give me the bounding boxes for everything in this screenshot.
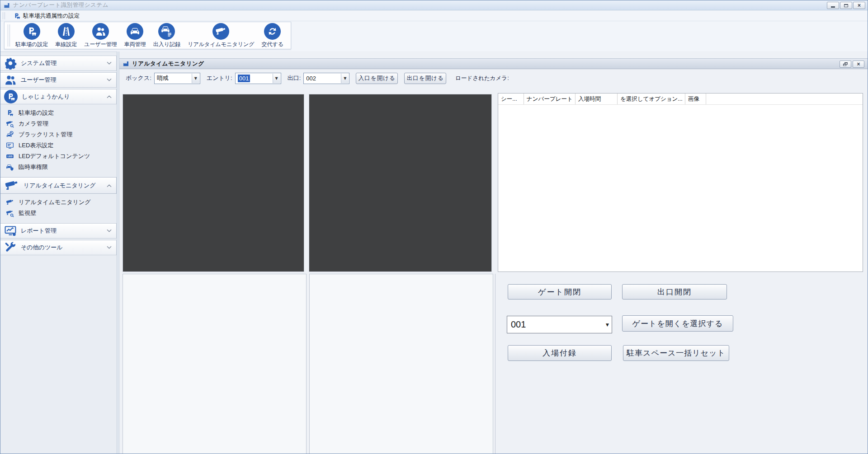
box-select-value: 哨戒 — [157, 74, 169, 82]
panel-restore-button[interactable] — [840, 61, 851, 68]
sidebar-item-led-display-settings[interactable]: LED表示設定 — [0, 140, 117, 151]
users-icon — [92, 23, 109, 40]
parking-icon — [6, 109, 14, 117]
application-window: ナンバープレート識別管理システム × 駐車場共通属性の設定 駐車場の設定 車線設… — [0, 0, 868, 454]
entry-record-button[interactable]: 入場付録 — [508, 345, 612, 361]
dropdown-arrow-icon: ▼ — [273, 74, 280, 83]
panel-title: リアルタイムモニタリング — [132, 60, 204, 68]
toolbar-item-realtime-monitoring[interactable]: リアルタイムモニタリング — [184, 23, 258, 49]
toolbar-item-shift-change[interactable]: 交代する — [258, 23, 288, 49]
panel-close-button[interactable]: × — [853, 61, 864, 68]
parking-space-reset-button[interactable]: 駐車スペース一括リセット — [623, 345, 729, 361]
exit-label: 出口: — [288, 74, 301, 82]
open-selected-gate-button[interactable]: ゲートを開くを選択する — [622, 315, 733, 332]
close-button[interactable]: × — [853, 2, 865, 9]
toolbar-item-label: リアルタイムモニタリング — [188, 41, 254, 48]
gate-toggle-button[interactable]: ゲート開閉 — [508, 284, 612, 300]
panel-title-bar: リアルタイムモニタリング × — [119, 58, 868, 69]
led-display-icon — [6, 141, 14, 150]
box-select[interactable]: 哨戒 ▼ — [154, 73, 200, 84]
chevron-up-icon — [107, 95, 112, 98]
sidebar-section-label: システム管理 — [21, 59, 57, 67]
open-exit-button[interactable]: 出口を開ける — [404, 73, 446, 84]
exit-toggle-button[interactable]: 出口開閉 — [622, 284, 727, 300]
table-header-row: シー... ナンバープレート 入場時間 を選択してオプション... 画像 — [498, 94, 863, 105]
close-icon: × — [858, 3, 861, 8]
lanes-icon — [58, 23, 75, 40]
column-header-image[interactable]: 画像 — [685, 94, 706, 104]
shift-change-icon — [264, 23, 281, 40]
cctv-camera-icon — [6, 198, 14, 206]
gate-select[interactable]: 001 ▼ — [507, 316, 612, 333]
toolbar-item-lane-settings[interactable]: 車線設定 — [52, 23, 80, 49]
parking-icon — [24, 23, 40, 40]
sidebar-section-label: しゃじょうかんり — [22, 93, 70, 101]
parking-circle-icon — [4, 90, 18, 103]
menu-item-parking-common-settings[interactable]: 駐車場共通属性の設定 — [23, 12, 80, 20]
sidebar-section-parking-management[interactable]: しゃじょうかんり — [0, 89, 117, 104]
exit-select[interactable]: 002 ▼ — [303, 73, 349, 84]
panel-window-controls: × — [840, 61, 864, 68]
column-header-options[interactable]: を選択してオプション... — [618, 94, 685, 104]
video-pane-entrance — [123, 94, 304, 272]
sidebar-splitter[interactable] — [117, 51, 119, 454]
sidebar-item-monitor-wall[interactable]: 監視壁 — [0, 208, 117, 219]
blacklist-car-icon — [6, 131, 14, 139]
chevron-down-icon — [107, 246, 112, 249]
gear-icon — [4, 57, 17, 70]
toolbar-row: 駐車場の設定 車線設定 ユーザー管理 車両管理 出入り記録 リアルタイムモニタリ… — [0, 21, 868, 51]
chevron-down-icon — [107, 229, 112, 233]
column-header-plate[interactable]: ナンバープレート — [524, 94, 576, 104]
entry-select[interactable]: 001 ▼ — [235, 73, 281, 84]
chevron-down-icon — [107, 78, 112, 82]
sidebar-item-label: LEDデフォルトコンテンツ — [19, 152, 90, 160]
toolbar-item-entry-exit-record[interactable]: 出入り記録 — [150, 23, 184, 49]
toolbar-item-parking-settings[interactable]: 駐車場の設定 — [12, 23, 52, 49]
table-body-empty — [498, 105, 863, 271]
panel-icon — [123, 61, 129, 67]
toolbar-item-vehicle-management[interactable]: 車両管理 — [121, 23, 150, 49]
sidebar-section-system-management[interactable]: システム管理 — [0, 56, 117, 71]
sidebar-item-camera-management[interactable]: カメラ管理 — [0, 118, 117, 129]
sidebar-section-realtime-monitoring[interactable]: リアルタイムモニタリング — [0, 177, 117, 194]
sidebar-section-label: リアルタイムモニタリング — [24, 182, 96, 190]
close-icon: × — [857, 61, 860, 67]
toolbar-grip[interactable] — [8, 24, 10, 47]
main-toolbar: 駐車場の設定 車線設定 ユーザー管理 車両管理 出入り記録 リアルタイムモニタリ… — [4, 22, 291, 49]
dropdown-arrow-icon: ▼ — [192, 74, 199, 83]
sidebar-section-user-management[interactable]: ユーザー管理 — [0, 72, 117, 88]
monitoring-form-row: ボックス: 哨戒 ▼ エントリ: 001 ▼ 出口: 002 ▼ 入口を開ける … — [119, 70, 868, 87]
entry-select-value: 001 — [238, 75, 250, 82]
sidebar-item-realtime-monitoring[interactable]: リアルタイムモニタリング — [0, 197, 117, 208]
column-header-entry-time[interactable]: 入場時間 — [576, 94, 618, 104]
sidebar-item-led-default-content[interactable]: LEDデフォルトコンテンツ — [0, 151, 117, 162]
column-header-filler — [706, 94, 863, 104]
sidebar-section-label: ユーザー管理 — [21, 76, 57, 84]
entry-label: エントリ: — [207, 74, 232, 82]
plate-records-table: シー... ナンバープレート 入場時間 を選択してオプション... 画像 — [498, 93, 863, 272]
sidebar-item-label: 駐車場の設定 — [19, 109, 54, 117]
sidebar-item-label: 監視壁 — [19, 209, 36, 217]
sidebar-item-parking-settings[interactable]: 駐車場の設定 — [0, 108, 117, 118]
maximize-button[interactable] — [840, 2, 852, 9]
menubar-grip[interactable] — [3, 12, 5, 19]
sidebar-section-other-tools[interactable]: その他のツール — [0, 240, 117, 255]
cctv-camera-icon — [212, 23, 229, 40]
restore-icon — [843, 62, 848, 66]
sidebar-item-label: 臨時車権限 — [19, 163, 48, 171]
open-entrance-button[interactable]: 入口を開ける — [356, 73, 398, 84]
app-logo-icon — [3, 2, 10, 9]
controls-separator — [495, 274, 495, 454]
chevron-down-icon — [107, 61, 112, 65]
loaded-cameras-label: ロードされたカメラ: — [455, 75, 509, 82]
sidebar-item-blacklist-management[interactable]: ブラックリスト管理 — [0, 129, 117, 140]
column-header-seq[interactable]: シー... — [498, 94, 524, 104]
sidebar-item-label: ブラックリスト管理 — [19, 131, 72, 139]
minimize-button[interactable] — [827, 2, 839, 9]
tools-icon — [4, 241, 17, 254]
toolbar-item-user-management[interactable]: ユーザー管理 — [80, 23, 121, 49]
sidebar-item-temporary-vehicle-permission[interactable]: 臨時車権限 — [0, 162, 117, 173]
sidebar-section-report-management[interactable]: レポート管理 — [0, 223, 117, 239]
maximize-icon — [844, 4, 848, 7]
dropdown-arrow-icon: ▼ — [341, 74, 349, 83]
